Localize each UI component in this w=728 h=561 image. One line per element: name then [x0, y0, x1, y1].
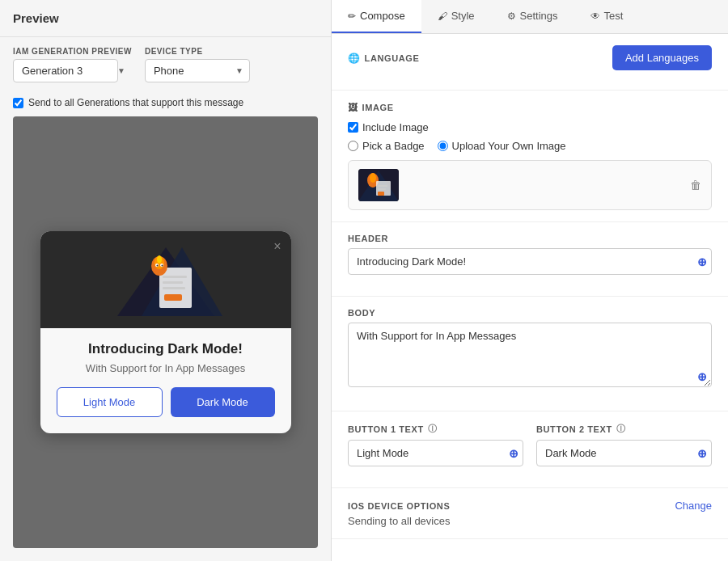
left-panel: Preview IAM GENERATION PREVIEW Generatio… [0, 0, 332, 561]
ios-label: IOS DEVICE OPTIONS [348, 501, 450, 511]
pick-badge-radio[interactable] [348, 141, 358, 151]
body-textarea[interactable] [348, 323, 712, 387]
delete-image-button[interactable]: 🗑 [690, 179, 701, 192]
ios-sending-to: Sending to all devices [348, 515, 712, 527]
body-expand-icon[interactable]: ⊕ [697, 370, 707, 383]
device-select[interactable]: Phone Tablet [145, 59, 250, 82]
preview-header: Preview [0, 0, 331, 37]
image-preview-box: 🗑 [348, 160, 712, 210]
header-section: HEADER ⊕ [332, 222, 728, 297]
ios-change-link[interactable]: Change [675, 500, 712, 512]
thumbnail-svg [358, 169, 399, 201]
light-mode-button[interactable]: Light Mode [57, 387, 163, 417]
button-text-section: BUTTON 1 TEXT ⓘ ⊕ BUTTON 2 TEXT ⓘ [332, 411, 728, 488]
language-section-title: 🌐 LANGUAGE [348, 53, 419, 64]
button2-input-row: ⊕ [536, 440, 712, 466]
svg-point-9 [157, 255, 162, 264]
modal-body: Introducing Dark Mode! With Support for … [40, 328, 291, 374]
right-content: 🌐 LANGUAGE Add Languages 🖼 IMAGE Include… [332, 34, 728, 561]
svg-rect-5 [163, 287, 185, 289]
button1-label: BUTTON 1 TEXT ⓘ [348, 423, 523, 435]
generations-checkbox[interactable] [13, 98, 23, 108]
svg-rect-4 [163, 281, 183, 284]
modal-card: × [40, 231, 291, 433]
body-label: BODY [348, 308, 712, 318]
tab-settings[interactable]: ⚙ Settings [491, 0, 574, 33]
generation-select-wrapper: Generation 3 Generation 2 Generation 1 ▼ [13, 59, 132, 82]
svg-point-12 [156, 265, 158, 267]
controls-row: IAM GENERATION PREVIEW Generation 3 Gene… [0, 37, 331, 92]
button-text-columns: BUTTON 1 TEXT ⓘ ⊕ BUTTON 2 TEXT ⓘ [348, 423, 712, 476]
body-input-row: ⊕ [348, 323, 712, 390]
svg-rect-20 [378, 188, 386, 190]
button2-label: BUTTON 2 TEXT ⓘ [536, 423, 712, 435]
test-icon: 👁 [590, 11, 600, 22]
tab-test[interactable]: 👁 Test [574, 0, 640, 33]
tabs-bar: ✏ Compose 🖌 Style ⚙ Settings 👁 Test [332, 0, 728, 34]
button1-input-row: ⊕ [348, 440, 523, 466]
header-label: HEADER [348, 234, 712, 243]
button1-input[interactable] [348, 440, 523, 466]
header-input-row: ⊕ [348, 248, 712, 275]
include-image-row: Include Image [348, 121, 712, 133]
tab-compose[interactable]: ✏ Compose [332, 0, 421, 33]
generation-chevron-icon: ▼ [117, 66, 125, 75]
modal-image-area [40, 231, 291, 328]
button2-info-icon[interactable]: ⓘ [616, 423, 626, 435]
device-control: DEVICE TYPE Phone Tablet ▼ [145, 47, 250, 82]
button2-col: BUTTON 2 TEXT ⓘ ⊕ [536, 423, 712, 476]
compose-icon: ✏ [348, 11, 356, 22]
include-image-label: Include Image [362, 121, 429, 133]
style-icon: 🖌 [438, 11, 447, 22]
image-type-options: Pick a Badge Upload Your Own Image [348, 140, 712, 152]
image-section-title: 🖼 IMAGE [348, 102, 712, 113]
add-languages-button[interactable]: Add Languages [612, 45, 712, 70]
svg-rect-3 [163, 276, 187, 278]
preview-area: × [13, 116, 318, 548]
ios-header: IOS DEVICE OPTIONS Change [348, 500, 712, 512]
modal-illustration [101, 243, 231, 316]
include-image-checkbox[interactable] [348, 122, 358, 133]
pick-badge-option[interactable]: Pick a Badge [348, 140, 425, 152]
generations-checkbox-row: Send to all Generations that support thi… [0, 92, 331, 116]
svg-point-13 [161, 265, 163, 267]
image-thumbnail [358, 169, 399, 201]
settings-icon: ⚙ [507, 11, 516, 22]
language-section-header: 🌐 LANGUAGE Add Languages [348, 45, 712, 70]
generations-checkbox-label: Send to all Generations that support thi… [28, 97, 243, 108]
generation-control: IAM GENERATION PREVIEW Generation 3 Gene… [13, 47, 132, 82]
right-panel: ✏ Compose 🖌 Style ⚙ Settings 👁 Test 🌐 LA… [332, 0, 728, 561]
modal-subtitle: With Support for In App Messages [57, 362, 275, 374]
dark-mode-button[interactable]: Dark Mode [171, 387, 275, 417]
preview-title: Preview [13, 11, 318, 25]
button1-col: BUTTON 1 TEXT ⓘ ⊕ [348, 423, 523, 476]
ios-section: IOS DEVICE OPTIONS Change Sending to all… [332, 488, 728, 539]
header-input[interactable] [348, 248, 712, 275]
button2-expand-icon[interactable]: ⊕ [697, 447, 707, 460]
image-icon: 🖼 [348, 102, 358, 113]
svg-rect-21 [378, 192, 384, 196]
svg-rect-6 [164, 294, 182, 301]
header-expand-icon[interactable]: ⊕ [697, 255, 707, 268]
image-section: 🖼 IMAGE Include Image Pick a Badge Uploa… [332, 91, 728, 222]
tab-style[interactable]: 🖌 Style [421, 0, 491, 33]
modal-buttons: Light Mode Dark Mode [40, 387, 291, 417]
button2-input[interactable] [536, 440, 712, 466]
svg-rect-19 [378, 185, 387, 187]
modal-close-button[interactable]: × [273, 239, 281, 254]
device-label: DEVICE TYPE [145, 47, 250, 56]
svg-point-17 [370, 173, 376, 183]
button1-info-icon[interactable]: ⓘ [428, 423, 438, 435]
language-icon: 🌐 [348, 53, 361, 64]
upload-own-option[interactable]: Upload Your Own Image [438, 140, 566, 152]
language-section: 🌐 LANGUAGE Add Languages [332, 34, 728, 91]
generation-label: IAM GENERATION PREVIEW [13, 47, 132, 56]
button1-expand-icon[interactable]: ⊕ [509, 447, 518, 460]
generation-select[interactable]: Generation 3 Generation 2 Generation 1 [13, 59, 118, 82]
modal-title: Introducing Dark Mode! [57, 341, 275, 357]
device-select-wrapper: Phone Tablet ▼ [145, 59, 250, 82]
upload-own-radio[interactable] [438, 141, 448, 151]
body-section: BODY ⊕ [332, 297, 728, 411]
